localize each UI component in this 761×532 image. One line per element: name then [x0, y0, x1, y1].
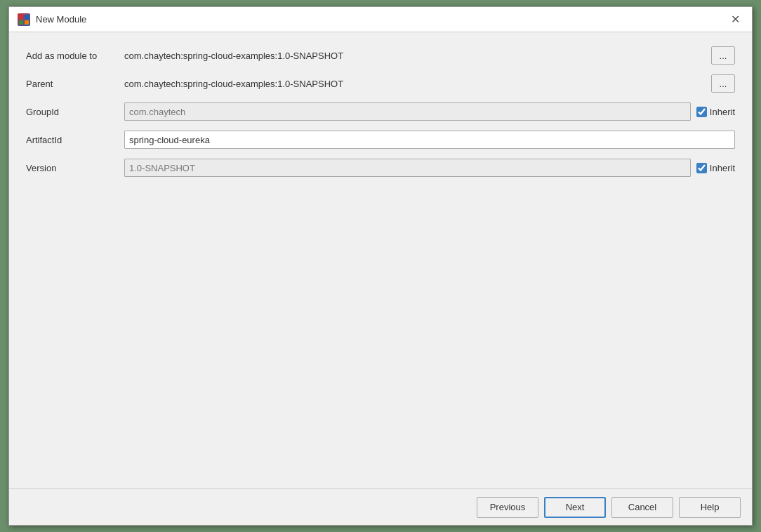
group-id-row: GroupId Inherit	[26, 102, 735, 121]
parent-value: com.chaytech:spring-cloud-examples:1.0-S…	[124, 79, 706, 89]
add-as-module-browse-button[interactable]: ...	[711, 46, 735, 65]
group-id-inherit-wrapper: Inherit	[696, 107, 735, 117]
version-label: Version	[26, 163, 124, 173]
form-area: Add as module to com.chaytech:spring-clo…	[9, 32, 752, 177]
version-inherit-label: Inherit	[710, 163, 735, 173]
svg-rect-3	[25, 20, 29, 25]
version-row: Version Inherit	[26, 159, 735, 177]
dialog-title: New Module	[36, 14, 86, 25]
artifact-id-row: ArtifactId	[26, 131, 735, 149]
version-input[interactable]	[124, 159, 691, 177]
cancel-button[interactable]: Cancel	[611, 497, 673, 518]
app-icon	[18, 13, 30, 26]
artifact-id-input[interactable]	[124, 131, 735, 149]
svg-rect-0	[19, 15, 23, 19]
svg-rect-1	[25, 15, 29, 19]
add-as-module-row: Add as module to com.chaytech:spring-clo…	[26, 46, 735, 65]
button-bar: Previous Next Cancel Help	[9, 488, 752, 525]
group-id-inherit-label: Inherit	[710, 107, 735, 117]
add-as-module-label: Add as module to	[26, 51, 124, 61]
svg-rect-2	[19, 20, 23, 25]
add-as-module-value: com.chaytech:spring-cloud-examples:1.0-S…	[124, 51, 706, 61]
group-id-label: GroupId	[26, 107, 124, 117]
parent-browse-button[interactable]: ...	[711, 74, 735, 93]
title-bar-left: New Module	[18, 13, 86, 26]
help-button[interactable]: Help	[679, 497, 741, 518]
group-id-inherit-checkbox[interactable]	[696, 107, 707, 117]
new-module-dialog: New Module ✕ Add as module to com.chayte…	[8, 6, 753, 526]
next-button[interactable]: Next	[544, 497, 606, 518]
title-bar: New Module ✕	[9, 7, 752, 32]
close-button[interactable]: ✕	[727, 11, 743, 28]
artifact-id-label: ArtifactId	[26, 135, 124, 145]
version-inherit-wrapper: Inherit	[696, 163, 735, 173]
parent-label: Parent	[26, 79, 124, 89]
version-inherit-checkbox[interactable]	[696, 163, 707, 173]
parent-row: Parent com.chaytech:spring-cloud-example…	[26, 74, 735, 93]
group-id-input[interactable]	[124, 102, 691, 121]
previous-button[interactable]: Previous	[477, 497, 538, 518]
